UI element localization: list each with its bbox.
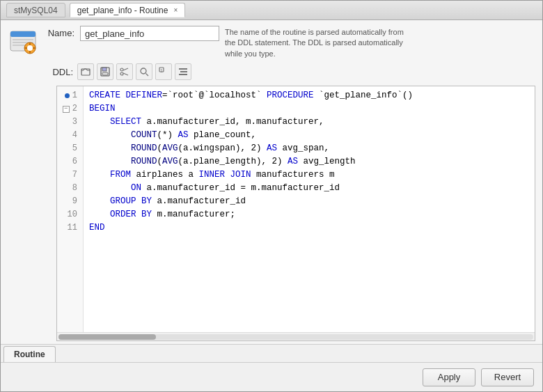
code-line-1: CREATE DEFINER=`root`@`localhost` PROCED… [84,89,535,102]
svg-point-19 [141,68,146,74]
tab-inactive-label: stMySQL04 [14,6,58,15]
code-line-5: ROUND(AVG(a.wingspan), 2) AS avg_span, [84,142,535,155]
line-num-11: 11 [57,221,83,235]
close-icon[interactable]: × [173,6,178,14]
line-numbers: 1 − 2 3 4 5 6 7 8 9 10 11 [57,86,84,332]
code-line-4: COUNT(*) AS plane_count, [84,129,535,142]
scissors-button[interactable] [116,63,133,80]
content-area: Name: The name of the routine is parsed … [1,20,542,391]
tab-routine-label: Routine [14,350,45,359]
main-window: stMySQL04 get_plane_info - Routine × [0,0,543,392]
horizontal-scrollbar[interactable] [57,332,535,340]
code-line-11: END [84,221,535,235]
line-num-5: 5 [57,142,83,155]
name-hint: The name of the routine is parsed automa… [225,26,406,59]
scrollbar-thumb[interactable] [58,334,156,340]
code-lines: CREATE DEFINER=`root`@`localhost` PROCED… [84,86,535,332]
linenumber-button[interactable]: 1 [155,63,172,80]
svg-rect-10 [33,47,36,49]
action-bar: Apply Revert [1,362,542,391]
bottom-tabs-bar: Routine [1,344,542,362]
open-file-button[interactable] [77,63,94,80]
breakpoint-dot [65,93,70,98]
svg-rect-7 [29,42,31,45]
svg-line-17 [123,68,128,70]
tab-active-label: get_plane_info - Routine [77,6,168,15]
open-icon [81,67,90,77]
svg-rect-25 [179,74,187,75]
tab-routine[interactable]: Routine [3,346,56,362]
search-icon [139,67,149,77]
svg-text:1: 1 [160,68,163,73]
linenumber-icon: 1 [159,67,168,77]
svg-line-20 [146,74,149,77]
svg-rect-9 [24,47,27,49]
title-bar: stMySQL04 get_plane_info - Routine × [1,1,542,20]
format-button[interactable] [175,63,191,80]
code-line-10: ORDER BY m.manufacturer; [84,208,535,221]
line-num-2: − 2 [57,102,83,116]
svg-rect-23 [179,68,187,70]
svg-rect-14 [102,72,108,75]
line-num-4: 4 [57,129,83,142]
app-icon [9,27,37,55]
svg-rect-1 [10,31,36,37]
svg-rect-2 [13,39,33,40]
app-icon-container [8,26,38,56]
tab-active[interactable]: get_plane_info - Routine × [70,3,186,17]
save-button[interactable] [97,63,113,80]
name-input[interactable] [80,26,219,41]
svg-rect-4 [13,45,26,46]
svg-rect-8 [29,51,31,54]
name-row: Name: The name of the routine is parsed … [8,26,535,59]
line-num-8: 8 [57,182,83,195]
collapse-icon[interactable]: − [63,106,70,113]
scissors-icon [120,67,129,77]
line-num-10: 10 [57,208,83,221]
tab-inactive[interactable]: stMySQL04 [6,3,65,17]
svg-point-15 [120,68,123,71]
code-line-7: FROM airplanes a INNER JOIN manufacturer… [84,168,535,182]
code-content: 1 − 2 3 4 5 6 7 8 9 10 11 [57,86,535,332]
code-line-6: ROUND(AVG(a.plane_length), 2) AS avg_len… [84,155,535,168]
line-num-1: 1 [57,89,83,102]
code-line-8: ON a.manufacturer_id = m.manufacturer_id [84,182,535,195]
form-section: Name: The name of the routine is parsed … [1,20,542,83]
scrollbar-track[interactable] [58,334,533,340]
line-num-3: 3 [57,116,83,129]
svg-rect-13 [102,68,107,71]
save-icon [100,67,110,77]
code-line-9: GROUP BY a.manufacturer_id [84,195,535,208]
line-num-7: 7 [57,168,83,182]
code-line-3: SELECT a.manufacturer_id, m.manufacturer… [84,116,535,129]
svg-rect-11 [81,69,90,75]
format-icon [178,67,188,77]
svg-rect-24 [180,71,187,72]
name-label: Name: [44,26,74,38]
line-num-6: 6 [57,155,83,168]
code-editor[interactable]: 1 − 2 3 4 5 6 7 8 9 10 11 [56,86,535,341]
line-num-9: 9 [57,195,83,208]
revert-button[interactable]: Revert [481,368,534,386]
code-line-2: BEGIN [84,102,535,116]
ddl-row: DDL: [8,63,535,80]
apply-button[interactable]: Apply [423,368,475,386]
search-button[interactable] [136,63,152,80]
svg-point-6 [27,45,33,51]
ddl-label: DDL: [44,67,74,77]
svg-point-16 [120,72,123,75]
svg-line-18 [123,73,128,75]
